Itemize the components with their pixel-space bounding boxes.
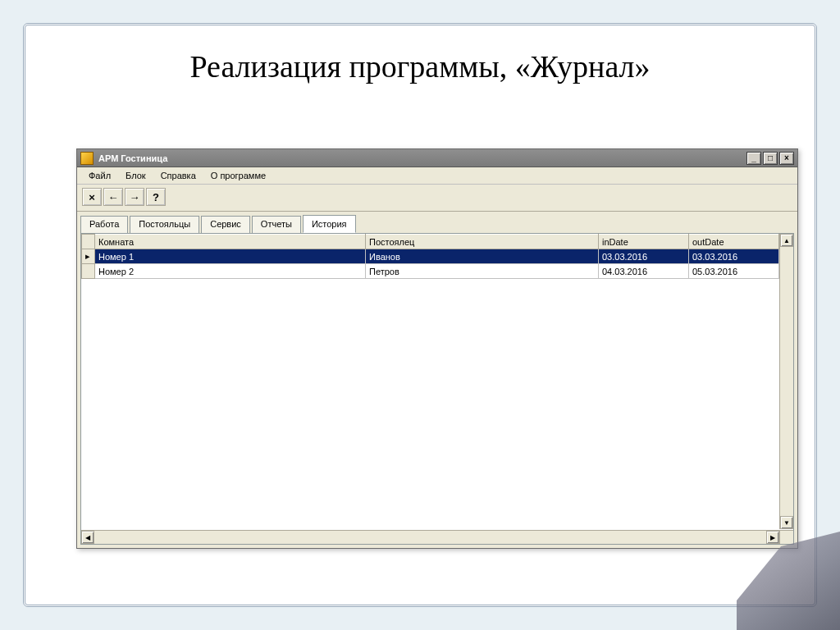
scroll-right-icon[interactable]: ▶ <box>766 531 779 544</box>
grid-header-guest[interactable]: Постоялец <box>366 235 599 249</box>
close-button[interactable]: × <box>779 152 794 165</box>
grid-panel: Комната Постоялец inDate outDate ▸ Номер… <box>80 233 794 545</box>
slide-frame: Реализация программы, «Журнал» АРМ Гости… <box>23 23 817 607</box>
row-marker-icon: ▸ <box>82 249 95 264</box>
table-row[interactable]: Номер 2 Петров 04.03.2016 05.03.2016 <box>82 264 779 279</box>
window-title: АРМ Гостиница <box>98 153 745 163</box>
cell-outdate[interactable]: 03.03.2016 <box>689 249 779 264</box>
tool-close-button[interactable]: × <box>82 188 102 206</box>
cell-indate[interactable]: 03.03.2016 <box>599 249 689 264</box>
cell-outdate[interactable]: 05.03.2016 <box>689 264 779 279</box>
app-window: АРМ Гостиница _ □ × Файл Блок Справка О … <box>76 148 798 549</box>
menu-block[interactable]: Блок <box>119 169 153 182</box>
row-marker-icon <box>82 264 95 279</box>
scroll-left-icon[interactable]: ◀ <box>81 531 94 544</box>
horizontal-scrollbar[interactable]: ◀ ▶ <box>81 530 779 544</box>
menubar: Файл Блок Справка О программе <box>77 167 797 185</box>
grid-header-marker[interactable] <box>82 235 95 249</box>
tab-work[interactable]: Работа <box>80 216 128 234</box>
scroll-up-icon[interactable]: ▲ <box>780 234 793 247</box>
grid-header-outdate[interactable]: outDate <box>689 235 779 249</box>
menu-help[interactable]: Справка <box>154 169 203 182</box>
cell-room[interactable]: Номер 2 <box>95 264 366 279</box>
table-row[interactable]: ▸ Номер 1 Иванов 03.03.2016 03.03.2016 <box>82 249 779 264</box>
tab-guests[interactable]: Постояльцы <box>130 216 199 234</box>
toolbar: × ← → ? <box>77 185 797 212</box>
tab-reports[interactable]: Отчеты <box>252 216 301 234</box>
tool-help-button[interactable]: ? <box>146 188 166 206</box>
tool-back-button[interactable]: ← <box>103 188 123 206</box>
grid-header-indate[interactable]: inDate <box>599 235 689 249</box>
cell-guest[interactable]: Иванов <box>366 249 599 264</box>
titlebar[interactable]: АРМ Гостиница _ □ × <box>77 149 797 167</box>
slide-title: Реализация программы, «Журнал» <box>25 48 815 84</box>
minimize-button[interactable]: _ <box>746 152 761 165</box>
tool-forward-button[interactable]: → <box>125 188 144 206</box>
window-controls: _ □ × <box>745 152 794 165</box>
cell-guest[interactable]: Петров <box>366 264 599 279</box>
menu-about[interactable]: О программе <box>204 169 272 182</box>
menu-file[interactable]: Файл <box>82 169 117 182</box>
history-grid[interactable]: Комната Постоялец inDate outDate ▸ Номер… <box>81 234 779 279</box>
tab-history[interactable]: История <box>303 215 356 233</box>
tab-service[interactable]: Сервис <box>201 216 250 234</box>
tabs-row: Работа Постояльцы Сервис Отчеты История <box>77 212 797 233</box>
vertical-scrollbar[interactable]: ▲ ▼ <box>779 234 793 529</box>
cell-indate[interactable]: 04.03.2016 <box>599 264 689 279</box>
maximize-button[interactable]: □ <box>763 152 778 165</box>
scroll-corner <box>779 530 793 544</box>
grid-header-room[interactable]: Комната <box>95 235 366 249</box>
app-icon <box>80 152 94 165</box>
cell-room[interactable]: Номер 1 <box>95 249 366 264</box>
scroll-down-icon[interactable]: ▼ <box>780 516 793 529</box>
